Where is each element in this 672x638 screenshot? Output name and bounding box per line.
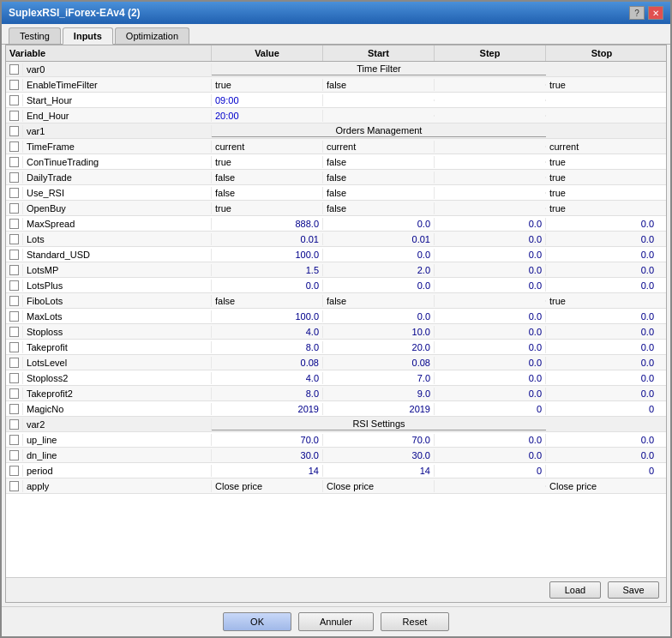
row-stop[interactable]: true <box>546 295 657 307</box>
row-stop[interactable]: 0.0 <box>546 434 657 446</box>
close-button[interactable]: ✕ <box>648 6 663 20</box>
row-stop[interactable]: 0.0 <box>546 280 657 292</box>
row-checkbox[interactable] <box>6 341 23 353</box>
row-step[interactable]: 0.0 <box>435 326 546 338</box>
row-checkbox[interactable] <box>6 326 23 338</box>
row-value[interactable]: 4.0 <box>212 326 323 338</box>
row-start[interactable]: false <box>323 202 435 214</box>
row-step[interactable] <box>435 177 546 178</box>
row-start[interactable]: 9.0 <box>323 388 435 400</box>
load-button[interactable]: Load <box>549 581 601 599</box>
help-button[interactable]: ? <box>629 6 645 20</box>
row-step[interactable] <box>435 485 546 487</box>
row-start[interactable]: false <box>323 187 435 199</box>
row-start[interactable]: false <box>323 172 435 184</box>
row-step[interactable]: 0 <box>435 465 546 477</box>
row-start[interactable]: 0.0 <box>323 218 435 230</box>
row-step[interactable]: 0 <box>435 403 546 415</box>
ok-button[interactable]: OK <box>223 612 291 631</box>
row-stop[interactable] <box>546 115 657 117</box>
row-start[interactable]: false <box>323 156 435 168</box>
row-step[interactable] <box>435 300 546 302</box>
row-start[interactable]: Close price <box>323 480 435 492</box>
row-stop[interactable]: true <box>546 156 657 168</box>
row-checkbox[interactable] <box>6 172 23 184</box>
row-step[interactable]: 0.0 <box>435 341 546 353</box>
row-stop[interactable]: 0.0 <box>546 326 657 338</box>
row-step[interactable] <box>435 99 546 101</box>
row-value[interactable]: 4.0 <box>212 372 323 384</box>
row-value[interactable]: 0.01 <box>212 233 323 245</box>
row-value[interactable]: 0.08 <box>212 357 323 369</box>
row-value[interactable]: 888.0 <box>212 218 323 230</box>
row-value[interactable]: 70.0 <box>212 434 323 446</box>
row-stop[interactable]: current <box>546 141 657 153</box>
row-step[interactable]: 0.0 <box>435 310 546 322</box>
reset-button[interactable]: Reset <box>381 612 449 631</box>
row-value[interactable]: 1.5 <box>212 264 323 276</box>
row-stop[interactable]: 0.0 <box>546 341 657 353</box>
row-start[interactable]: current <box>323 141 435 153</box>
row-start[interactable] <box>323 99 435 101</box>
save-button[interactable]: Save <box>608 581 659 599</box>
row-checkbox[interactable] <box>6 295 23 307</box>
row-checkbox[interactable] <box>6 156 23 168</box>
row-step[interactable] <box>435 208 546 209</box>
row-step[interactable] <box>435 84 546 86</box>
row-start[interactable]: 7.0 <box>323 372 435 384</box>
row-stop[interactable]: true <box>546 187 657 199</box>
row-start[interactable]: 20.0 <box>323 341 435 353</box>
row-stop[interactable]: 0 <box>546 403 657 415</box>
row-start[interactable]: 14 <box>323 465 435 477</box>
row-stop[interactable]: Close price <box>546 480 657 492</box>
row-step[interactable] <box>435 146 546 147</box>
tab-testing[interactable]: Testing <box>9 27 61 44</box>
row-start[interactable]: 0.08 <box>323 357 435 369</box>
row-start[interactable]: 30.0 <box>323 449 435 461</box>
row-value[interactable]: 100.0 <box>212 310 323 322</box>
row-step[interactable]: 0.0 <box>435 233 546 245</box>
tab-inputs[interactable]: Inputs <box>63 27 113 45</box>
row-checkbox[interactable] <box>6 357 23 369</box>
row-start[interactable]: 0.0 <box>323 249 435 261</box>
row-start[interactable]: 0.01 <box>323 233 435 245</box>
row-start[interactable]: 2.0 <box>323 264 435 276</box>
row-step[interactable]: 0.0 <box>435 264 546 276</box>
row-value[interactable]: current <box>212 141 323 153</box>
row-stop[interactable]: 0 <box>546 465 657 477</box>
row-start[interactable]: 2019 <box>323 403 435 415</box>
row-stop[interactable]: 0.0 <box>546 357 657 369</box>
row-checkbox[interactable] <box>6 187 23 199</box>
row-value[interactable]: 8.0 <box>212 388 323 400</box>
row-checkbox[interactable] <box>6 249 23 261</box>
row-checkbox[interactable] <box>6 94 23 106</box>
row-checkbox[interactable] <box>6 480 23 492</box>
row-checkbox[interactable] <box>6 141 23 153</box>
row-stop[interactable]: 0.0 <box>546 218 657 230</box>
row-checkbox[interactable] <box>6 202 23 214</box>
row-checkbox[interactable] <box>6 79 23 91</box>
row-checkbox[interactable] <box>6 449 23 461</box>
row-value[interactable]: false <box>212 187 323 199</box>
row-checkbox[interactable] <box>6 110 23 122</box>
row-checkbox[interactable] <box>6 434 23 446</box>
row-checkbox[interactable] <box>6 233 23 245</box>
tab-optimization[interactable]: Optimization <box>115 27 189 44</box>
row-step[interactable]: 0.0 <box>435 280 546 292</box>
row-start[interactable] <box>323 115 435 117</box>
row-checkbox[interactable] <box>6 63 23 75</box>
row-start[interactable]: 70.0 <box>323 434 435 446</box>
row-checkbox[interactable] <box>6 388 23 400</box>
row-step[interactable]: 0.0 <box>435 388 546 400</box>
row-start[interactable]: 0.0 <box>323 280 435 292</box>
row-checkbox[interactable] <box>6 264 23 276</box>
row-stop[interactable]: 0.0 <box>546 449 657 461</box>
row-checkbox[interactable] <box>6 280 23 292</box>
row-checkbox[interactable] <box>6 125 23 137</box>
row-checkbox[interactable] <box>6 418 23 430</box>
row-value[interactable]: 20:00 <box>212 110 323 122</box>
row-value[interactable]: false <box>212 295 323 307</box>
row-start[interactable]: 0.0 <box>323 310 435 322</box>
row-value[interactable]: 2019 <box>212 403 323 415</box>
row-start[interactable]: false <box>323 79 435 91</box>
